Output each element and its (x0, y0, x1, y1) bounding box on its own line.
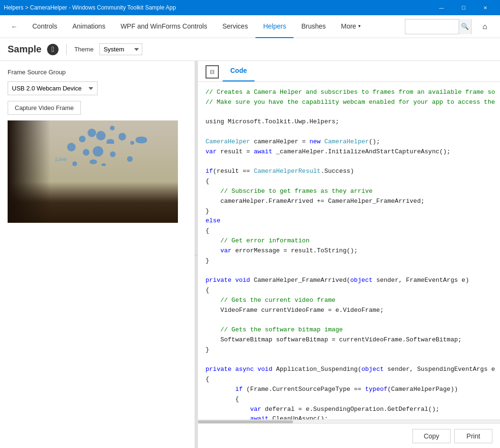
theme-select[interactable]: System Light Dark (99, 43, 142, 55)
code-line: { (206, 395, 492, 405)
nav-menu: Controls Animations WPF and WinForms Con… (25, 15, 403, 38)
nav-item-wpf[interactable]: WPF and WinForms Controls (113, 15, 215, 38)
code-line: } (206, 256, 492, 266)
maximize-button[interactable]: ☐ (452, 0, 474, 15)
code-tab-bar: ⊟ Code (198, 61, 500, 82)
titlebar-title: Helpers > CameraHelper - Windows Communi… (4, 4, 176, 11)
frame-source-label: Frame Source Group (8, 69, 187, 76)
minimize-button[interactable]: — (431, 0, 452, 15)
navbar: ← Controls Animations WPF and WinForms C… (0, 15, 500, 38)
code-icon: ⊟ (210, 69, 215, 75)
left-panel: Frame Source Group USB 2.0 Webcam Device… (0, 61, 195, 448)
scrollbar-thumb[interactable] (198, 420, 293, 423)
code-line: else (206, 216, 492, 226)
home-icon: ⌂ (482, 22, 487, 31)
theme-label: Theme (74, 46, 93, 53)
tab-code-label: Code (230, 67, 247, 74)
close-button[interactable]: ✕ (474, 0, 496, 15)
code-line: } (206, 207, 492, 217)
search-box: 🔍 (405, 19, 471, 34)
code-line: if(result == CameraHelperResult.Success) (206, 167, 492, 177)
code-line: // Get error information (206, 236, 492, 246)
video-placeholder: Love (8, 120, 178, 223)
toolbar-divider (66, 44, 67, 55)
code-line: // Subscribe to get frames as they arriv… (206, 187, 492, 197)
github-button[interactable]:  (47, 44, 59, 55)
capture-button[interactable]: Capture Video Frame (8, 101, 81, 115)
code-line: cameraHelper.FrameArrived += CameraHelpe… (206, 197, 492, 207)
titlebar: Helpers > CameraHelper - Windows Communi… (0, 0, 500, 15)
code-area[interactable]: // Creates a Camera Helper and subscribe… (198, 82, 500, 419)
more-label: More (341, 22, 356, 30)
code-line: private async void Application_Suspendin… (206, 365, 492, 375)
comment: // Creates a Camera Helper and subscribe… (206, 89, 495, 96)
code-line: private void CameraHelper_FrameArrived(o… (206, 276, 492, 286)
toolbar: Sample  Theme System Light Dark (0, 38, 500, 61)
code-line: } (206, 345, 492, 355)
code-line: { (206, 375, 492, 385)
nav-item-controls[interactable]: Controls (25, 15, 65, 38)
search-input[interactable] (405, 20, 459, 34)
code-line: var result = await _cameraHelper.Initial… (206, 147, 492, 157)
tab-code[interactable]: Code (223, 61, 255, 81)
code-line (206, 266, 492, 276)
code-line (206, 355, 492, 365)
code-line: CameraHelper cameraHelper = new CameraHe… (206, 137, 492, 147)
right-panel: ⊟ Code // Creates a Camera Helper and su… (198, 61, 500, 448)
code-line: SoftwareBitmap softwareBitmap = currentV… (206, 335, 492, 345)
code-line: // Gets the software bitmap image (206, 325, 492, 335)
nav-item-helpers[interactable]: Helpers (255, 15, 294, 38)
nav-item-brushes[interactable]: Brushes (294, 15, 333, 38)
code-line: VideoFrame currentVideoFrame = e.VideoFr… (206, 306, 492, 316)
copy-button[interactable]: Copy (412, 429, 451, 443)
search-icon: 🔍 (461, 23, 469, 30)
room-left (8, 120, 50, 223)
code-line: using Microsoft.Toolkit.Uwp.Helpers; (206, 117, 492, 127)
code-line: { (206, 226, 492, 236)
code-line (206, 157, 492, 167)
code-scrollbar[interactable] (198, 419, 500, 423)
code-line: await CleanUpAsync(); (206, 414, 492, 419)
code-line: { (206, 177, 492, 187)
github-icon:  (51, 45, 54, 54)
code-line: // Creates a Camera Helper and subscribe… (206, 88, 492, 98)
code-view-icon[interactable]: ⊟ (206, 65, 219, 79)
code-line: { (206, 286, 492, 296)
home-button[interactable]: ⌂ (475, 17, 494, 36)
code-line (206, 315, 492, 325)
bottom-bar: Copy Print (198, 423, 500, 448)
titlebar-controls: — ☐ ✕ (431, 0, 496, 15)
nav-item-more[interactable]: More ▾ (333, 15, 368, 38)
nav-item-animations[interactable]: Animations (65, 15, 113, 38)
code-line (206, 108, 492, 118)
print-button[interactable]: Print (454, 429, 492, 443)
code-line (206, 127, 492, 137)
app-logo: Sample (8, 44, 41, 55)
main-content: Frame Source Group USB 2.0 Webcam Device… (0, 61, 500, 448)
nav-item-services[interactable]: Services (215, 15, 255, 38)
code-line: if (Frame.CurrentSourcePageType == typeo… (206, 385, 492, 395)
code-line: // Make sure you have the capability web… (206, 98, 492, 108)
code-line: // Gets the current video frame (206, 296, 492, 306)
code-line: var errorMessage = result.ToString(); (206, 246, 492, 256)
more-chevron-icon: ▾ (358, 23, 361, 29)
comment: // Make sure you have the capability web… (206, 99, 495, 106)
room-text: Love (55, 156, 67, 162)
back-button[interactable]: ← (6, 18, 23, 35)
code-line: var deferral = e.SuspendingOperation.Get… (206, 405, 492, 415)
device-select-wrap: USB 2.0 Webcam Device (8, 81, 187, 95)
video-frame: Love (8, 120, 178, 223)
search-button[interactable]: 🔍 (459, 19, 471, 34)
device-select[interactable]: USB 2.0 Webcam Device (8, 81, 98, 95)
